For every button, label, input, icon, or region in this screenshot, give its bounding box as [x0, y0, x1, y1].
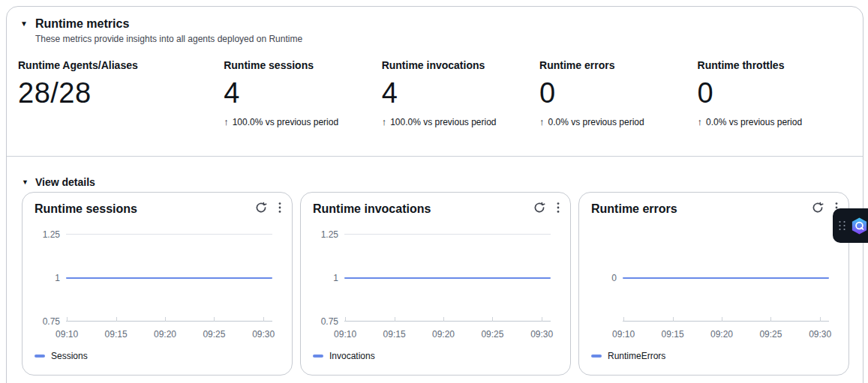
x-tick-mark: [492, 317, 493, 322]
y-tick-label: 0: [579, 273, 617, 283]
x-tick-label: 09:30: [530, 329, 553, 340]
series-line-runtimeerrors: [623, 277, 829, 279]
chart-title: Runtime sessions: [35, 202, 137, 216]
trend-up-icon: ↑: [224, 116, 229, 127]
x-tick-mark: [673, 317, 674, 322]
legend-label[interactable]: Sessions: [51, 351, 88, 361]
collapse-runtime-metrics-icon[interactable]: ▼: [20, 17, 28, 44]
metric-delta-text: 0.0% vs previous period: [548, 117, 644, 127]
legend-label[interactable]: RuntimeErrors: [608, 351, 665, 361]
x-tick-mark: [770, 317, 771, 322]
metric-value: 0: [539, 79, 697, 109]
gridline: [66, 234, 272, 235]
y-axis-labels: 0.7511.25: [23, 235, 60, 322]
chart-menu-button[interactable]: [278, 201, 282, 214]
x-tick-mark: [443, 317, 444, 322]
x-tick-label: 09:15: [105, 329, 128, 340]
refresh-button[interactable]: [254, 201, 268, 214]
page: { "colors": { "accent_line": "#688ae8", …: [0, 0, 868, 383]
x-tick-label: 09:20: [710, 329, 733, 340]
x-tick-mark: [722, 317, 722, 322]
chart-actions: [254, 201, 282, 214]
collapse-view-details-icon[interactable]: ▼: [22, 176, 29, 188]
legend-swatch: [591, 355, 602, 358]
y-axis-labels: 0.7511.25: [301, 235, 338, 322]
x-tick-label: 09:10: [612, 329, 635, 340]
gridline: [344, 234, 551, 235]
metric-runtime-sessions: Runtime sessions 4 ↑ 100.0% vs previous …: [224, 59, 381, 127]
metric-value: 4: [382, 79, 539, 109]
refresh-button[interactable]: [811, 201, 824, 214]
x-axis-line: [66, 321, 272, 322]
view-details-title: View details: [35, 176, 95, 188]
refresh-icon: [533, 202, 545, 214]
amazon-q-widget[interactable]: [833, 208, 868, 243]
runtime-metrics-title: Runtime metrics: [35, 17, 302, 31]
metric-value: 28/28: [18, 79, 224, 109]
section-divider: [7, 156, 863, 157]
runtime-metrics-header-text: Runtime metrics These metrics provide in…: [35, 17, 302, 44]
chart-legend: Sessions: [35, 351, 88, 361]
plot-area: [66, 235, 272, 322]
x-tick-label: 09:15: [383, 329, 406, 340]
trend-up-icon: ↑: [539, 116, 545, 127]
y-axis-labels: 0: [579, 235, 617, 322]
chart-legend: Invocations: [313, 351, 375, 361]
metric-delta-text: 0.0% vs previous period: [706, 117, 802, 127]
metric-runtime-agents-aliases: Runtime Agents/Aliases 28/28: [18, 59, 224, 127]
x-tick-mark: [263, 317, 264, 322]
metric-label: Runtime errors: [539, 59, 697, 72]
x-axis-labels: 09:1009:1509:2009:2509:30: [623, 329, 829, 340]
x-tick-mark: [820, 317, 821, 322]
x-tick-label: 09:15: [662, 329, 684, 340]
metric-label: Runtime sessions: [224, 59, 381, 72]
x-tick-label: 09:20: [432, 329, 455, 340]
plot-area: [344, 235, 551, 322]
drag-handle-icon[interactable]: [838, 220, 846, 232]
metric-delta: ↑ 0.0% vs previous period: [539, 116, 697, 127]
metric-value: 4: [224, 79, 381, 109]
legend-label[interactable]: Invocations: [329, 351, 375, 361]
metrics-summary-row: Runtime Agents/Aliases 28/28 Runtime ses…: [18, 59, 855, 127]
y-tick-label: 0.75: [23, 316, 60, 327]
x-axis-labels: 09:1009:1509:2009:2509:30: [66, 329, 272, 340]
legend-swatch: [35, 355, 45, 358]
x-tick-label: 09:25: [481, 329, 503, 340]
chart-menu-button[interactable]: [556, 201, 560, 214]
plot-area: [623, 235, 829, 322]
metric-runtime-errors: Runtime errors 0 ↑ 0.0% vs previous peri…: [539, 59, 697, 127]
x-tick-label: 09:30: [252, 329, 275, 340]
x-tick-mark: [345, 317, 346, 322]
x-tick-label: 09:25: [203, 329, 225, 340]
refresh-button[interactable]: [533, 201, 546, 214]
x-tick-label: 09:20: [154, 329, 176, 340]
metric-label: Runtime throttles: [698, 59, 855, 72]
ellipsis-icon: [557, 202, 560, 214]
x-tick-mark: [165, 317, 166, 322]
metric-runtime-throttles: Runtime throttles 0 ↑ 0.0% vs previous p…: [698, 59, 855, 127]
x-tick-mark: [67, 317, 68, 322]
x-tick-label: 09:10: [56, 329, 78, 340]
metric-delta: ↑ 0.0% vs previous period: [698, 116, 855, 127]
trend-up-icon: ↑: [382, 116, 387, 127]
chart-card-runtime-errors: Runtime errors 0 09:1009:1509:2009:2509:…: [578, 192, 849, 376]
metric-delta: ↑ 100.0% vs previous period: [224, 116, 381, 127]
view-details-header: ▼ View details: [22, 176, 95, 188]
x-tick-mark: [395, 317, 395, 322]
amazon-q-icon[interactable]: [850, 217, 868, 235]
y-tick-label: 1: [301, 273, 338, 283]
metric-delta-text: 100.0% vs previous period: [390, 117, 496, 127]
chart-title: Runtime errors: [591, 202, 677, 216]
runtime-metrics-header: ▼ Runtime metrics These metrics provide …: [20, 17, 302, 44]
x-tick-mark: [214, 317, 215, 322]
trend-up-icon: ↑: [698, 116, 703, 127]
x-tick-mark: [542, 317, 542, 322]
series-line-invocations: [344, 277, 551, 279]
runtime-metrics-description: These metrics provide insights into all …: [35, 34, 302, 44]
y-tick-label: 1: [23, 273, 60, 283]
ellipsis-icon: [278, 202, 281, 214]
x-tick-mark: [623, 317, 624, 322]
x-tick-label: 09:25: [759, 329, 782, 340]
x-axis-line: [344, 321, 551, 322]
metric-label: Runtime Agents/Aliases: [18, 59, 224, 72]
